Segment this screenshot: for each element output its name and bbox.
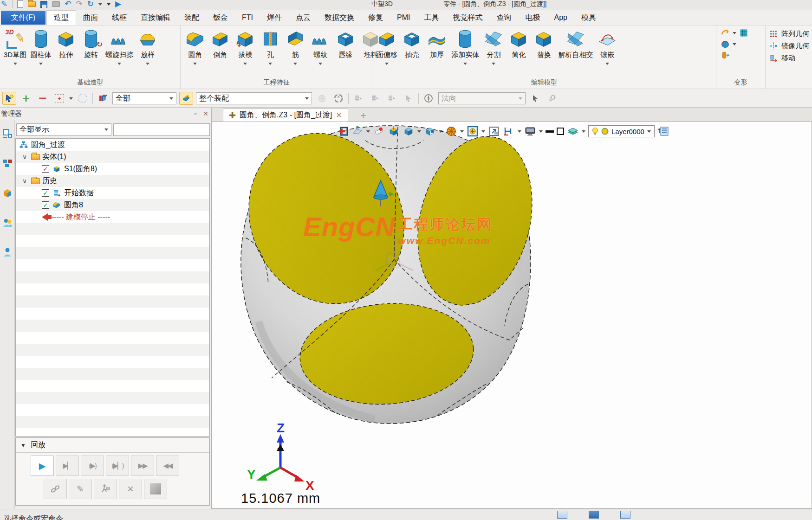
ribbon-button-add-solid[interactable]: 添加实体	[449, 27, 481, 67]
color-swatch-icon[interactable]	[557, 128, 564, 135]
manager-search-input[interactable]	[113, 123, 210, 136]
wheel-dropdown[interactable]	[460, 130, 464, 133]
dropdown-arrow[interactable]	[13, 63, 17, 65]
model-window-icon[interactable]	[589, 511, 599, 519]
refresh-icon[interactable]: ↻	[87, 0, 94, 9]
delete-button[interactable]: ×	[119, 479, 142, 499]
ribbon-button-face-offset[interactable]: 面偏移	[374, 27, 399, 67]
viewport-3d[interactable]: Layer0000 EngCN 工程师论坛网 www.EngCN.com	[212, 122, 812, 509]
display-filter-combobox[interactable]: 全部显示	[16, 123, 111, 136]
undo-icon[interactable]: ↶	[65, 0, 71, 9]
print-icon[interactable]	[52, 1, 60, 7]
exit-back-icon[interactable]	[337, 125, 349, 137]
display-mode-dropdown[interactable]	[439, 130, 442, 133]
history-manager-icon[interactable]	[2, 128, 13, 139]
tab-app[interactable]: App	[547, 10, 574, 25]
ribbon-button-move[interactable]: 移动	[768, 53, 809, 63]
align-dropdown[interactable]	[518, 130, 521, 133]
tab-fti[interactable]: FTI	[235, 10, 260, 25]
open-file-icon[interactable]	[28, 1, 36, 7]
ribbon-button-loft[interactable]: 放样	[135, 27, 160, 67]
deform-grid-icon[interactable]	[739, 28, 749, 38]
layer-manager-icon[interactable]	[657, 125, 669, 137]
dropdown-arrow[interactable]	[463, 63, 467, 65]
dropdown-arrow[interactable]	[293, 63, 297, 65]
tab-point-cloud[interactable]: 点云	[289, 10, 318, 25]
dropdown-arrow[interactable]	[146, 63, 149, 65]
step-forward-button[interactable]: ▶▏	[56, 456, 79, 476]
dropdown-arrow[interactable]	[385, 63, 389, 65]
tab-direct-edit[interactable]: 直接编辑	[134, 10, 177, 25]
ribbon-button-lip[interactable]: 唇缘	[333, 27, 358, 67]
dropdown-arrow[interactable]	[318, 63, 322, 65]
tab-close-icon[interactable]: ✕	[336, 111, 342, 120]
play-to-feature-button[interactable]: (▶)	[81, 456, 104, 476]
ribbon-button-shell[interactable]: 抽壳	[399, 27, 424, 67]
tree-root[interactable]: 圆角_过渡	[16, 139, 209, 151]
tree-folder-history[interactable]: ∨ 历史	[16, 175, 209, 187]
orange-wheel-icon[interactable]	[445, 125, 457, 137]
ribbon-button-replace[interactable]: 替换	[531, 27, 556, 67]
ribbon-button-thicken[interactable]: 加厚	[424, 27, 449, 67]
ribbon-button-mirror-geometry[interactable]: 镜像几何	[768, 41, 809, 51]
tab-data-exchange[interactable]: 数据交换	[318, 10, 361, 25]
drawing-window-icon[interactable]	[620, 511, 630, 519]
ribbon-button-fillet[interactable]: 圆角	[182, 27, 208, 67]
dropdown-arrow[interactable]	[605, 63, 609, 65]
play-button[interactable]: ▶	[31, 456, 54, 476]
ribbon-button-extrude[interactable]: 拉伸	[53, 27, 78, 67]
assembly-manager-icon[interactable]	[2, 158, 13, 169]
tree-item-solid[interactable]: ✓ S1(圆角8)	[16, 163, 209, 175]
link-button[interactable]	[44, 479, 67, 499]
file-menu-button[interactable]: 文件(F)	[1, 11, 45, 25]
filter-icon[interactable]	[96, 92, 110, 105]
dropdown-arrow[interactable]	[733, 32, 736, 34]
tab-assembly[interactable]: 装配	[177, 10, 206, 25]
pick-arrow-icon[interactable]	[528, 92, 542, 105]
tab-shape[interactable]: 造型	[46, 10, 76, 25]
normal-direction-combobox[interactable]: 法向	[438, 92, 526, 104]
feature-checkbox[interactable]: ✓	[42, 189, 49, 197]
session-manager-icon[interactable]	[2, 217, 13, 228]
ribbon-button-resolve-self-intersection[interactable]: 解析自相交	[556, 27, 595, 67]
zoom-region-icon[interactable]	[467, 125, 479, 137]
window-select-icon[interactable]: +	[52, 92, 66, 105]
dropdown-arrow[interactable]	[243, 63, 247, 65]
tree-item-model-stop[interactable]: ----- 建模停止 -----	[16, 211, 209, 223]
datum-dropdown-arrow[interactable]	[366, 130, 370, 133]
save-icon[interactable]	[40, 1, 47, 8]
zoom-dropdown[interactable]	[481, 130, 485, 133]
tab-weldment[interactable]: 焊件	[260, 10, 289, 25]
regen-icon[interactable]	[331, 92, 345, 105]
tab-wireframe[interactable]: 线框	[105, 10, 134, 25]
window-select-dropdown[interactable]	[69, 97, 73, 100]
new-tab-button[interactable]: +	[360, 109, 366, 122]
playback-header[interactable]: ▼ 回放	[16, 438, 209, 453]
tree-item-start-data[interactable]: ✓ 开始数据	[16, 187, 209, 199]
ribbon-button-spiral-sweep[interactable]: 螺旋扫掠	[104, 27, 135, 67]
run-to-marker-button[interactable]	[94, 479, 117, 499]
view-orientation-cube-icon[interactable]	[403, 125, 415, 137]
ribbon-button-3d-sketch[interactable]: 3D✎ 3D草图	[2, 27, 28, 67]
ribbon-button-revolve[interactable]: ↻ 旋转	[78, 27, 104, 67]
float-panel-icon[interactable]: ▫	[194, 110, 196, 117]
tab-visual-style[interactable]: 视觉样式	[446, 10, 489, 25]
dropdown-arrow[interactable]	[268, 63, 272, 65]
ribbon-button-simplify[interactable]: 简化	[506, 27, 531, 67]
lasso-select-icon[interactable]	[76, 92, 90, 105]
document-tab[interactable]: ✚ 圆角、倒角.Z3 - [圆角_过渡] ✕	[223, 109, 348, 122]
line-width-icon[interactable]	[546, 130, 554, 133]
twist-icon[interactable]	[720, 28, 730, 38]
add-selection-icon[interactable]: +	[19, 92, 33, 105]
swatch-button[interactable]	[144, 479, 167, 499]
pick-scope-combobox[interactable]: 整个装配	[196, 92, 312, 104]
background-monitor-icon[interactable]	[524, 125, 536, 137]
entity-filter-combobox[interactable]: 全部	[112, 92, 176, 104]
fast-forward-button[interactable]: ▶▶	[131, 456, 154, 476]
remove-selection-icon[interactable]: −	[36, 92, 50, 105]
zoom-window-icon[interactable]	[488, 125, 500, 137]
output-window-icon[interactable]	[557, 511, 567, 519]
role-manager-icon[interactable]	[2, 247, 13, 258]
dropdown-arrow[interactable]	[193, 63, 197, 65]
dropdown-arrow[interactable]	[39, 63, 43, 65]
